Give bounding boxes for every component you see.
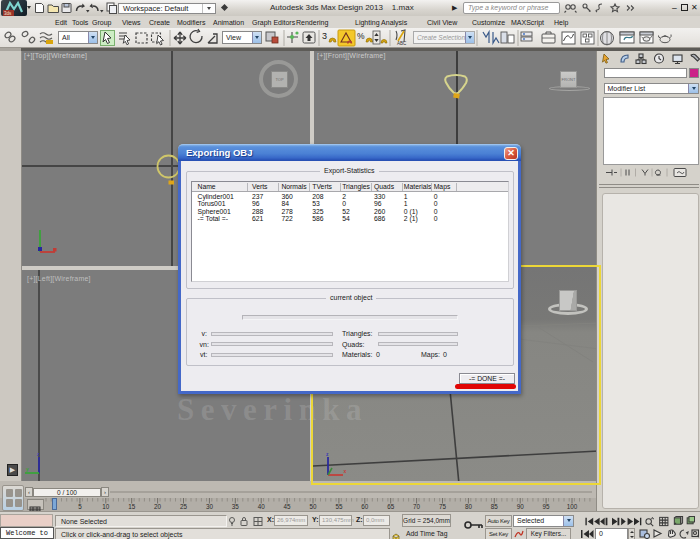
svg-text:y: y	[26, 466, 29, 472]
svg-text:80: 80	[465, 503, 473, 510]
svg-text:45: 45	[284, 503, 292, 510]
svg-text:95: 95	[543, 503, 551, 510]
svg-text:55: 55	[335, 503, 343, 510]
svg-text:30: 30	[206, 503, 214, 510]
svg-text:z: z	[37, 451, 40, 457]
svg-text:85: 85	[491, 503, 499, 510]
svg-text:%: %	[357, 31, 365, 41]
svg-text:90: 90	[517, 503, 525, 510]
svg-text:60: 60	[361, 503, 369, 510]
svg-text:35: 35	[232, 503, 240, 510]
svg-text:10: 10	[102, 503, 110, 510]
svg-text:100: 100	[567, 503, 578, 510]
svg-text:20: 20	[154, 503, 162, 510]
svg-text:25: 25	[180, 503, 188, 510]
svg-text:15: 15	[128, 503, 136, 510]
svg-text:75: 75	[439, 503, 447, 510]
svg-text:50: 50	[309, 503, 317, 510]
svg-text:65: 65	[387, 503, 395, 510]
svg-text:ABC: ABC	[397, 41, 407, 46]
svg-text:3: 3	[322, 31, 327, 41]
svg-text:5: 5	[78, 503, 82, 510]
svg-text:40: 40	[258, 503, 266, 510]
svg-text:70: 70	[413, 503, 421, 510]
